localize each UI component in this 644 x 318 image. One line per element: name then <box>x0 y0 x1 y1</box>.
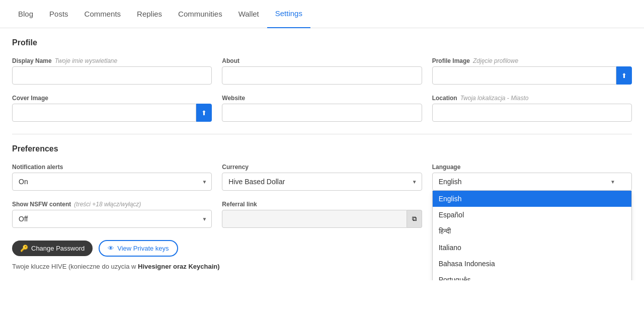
cover-image-input[interactable]: https:// <box>12 104 196 122</box>
nsfw-select[interactable]: Off On <box>12 210 212 228</box>
currency-select[interactable]: Hive Based Dollar USD EUR <box>222 173 422 191</box>
referral-input[interactable]: https://e <box>222 210 407 228</box>
profile-image-input-group: https:// ⬆ <box>432 66 632 85</box>
profile-image-input[interactable]: https:// <box>432 66 616 85</box>
location-input[interactable] <box>432 104 632 122</box>
cover-image-input-group: https:// ⬆ <box>12 104 212 122</box>
language-label: Language <box>432 164 632 171</box>
copy-referral-button[interactable]: ⧉ <box>407 210 422 228</box>
change-password-button[interactable]: 🔑 Change Password <box>12 241 93 256</box>
cover-image-group: Cover Image https:// ⬆ <box>12 95 212 122</box>
lang-option-italiano[interactable]: Italiano <box>433 240 631 256</box>
website-label: Website <box>222 95 422 102</box>
display-name-label: Display Name Twoje imie wyswietlane <box>12 57 212 64</box>
view-private-keys-button[interactable]: 👁 View Private keys <box>99 240 178 257</box>
about-input[interactable] <box>222 66 422 85</box>
nav-blog[interactable]: Blog <box>10 0 41 28</box>
nav-comments[interactable]: Comments <box>76 0 129 28</box>
notification-group: Notification alerts On Off <box>12 164 212 191</box>
nav-bar: Blog Posts Comments Replies Communities … <box>0 0 644 28</box>
upload-icon: ⬆ <box>201 109 207 117</box>
profile-form-grid: Display Name Twoje imie wyswietlane Abou… <box>12 57 632 122</box>
profile-image-label: Profile Image Zdjęcie profilowe <box>432 57 632 64</box>
language-selected-value: English <box>439 178 462 186</box>
website-group: Website https:// <box>222 95 422 122</box>
cover-image-label: Cover Image <box>12 95 212 102</box>
website-input[interactable]: https:// <box>222 104 422 122</box>
language-chevron-icon: ▼ <box>610 179 615 185</box>
location-hint: Twoja lokalizacja - Miasto <box>460 95 529 102</box>
key-icon: 🔑 <box>20 245 28 252</box>
currency-label: Currency <box>222 164 422 171</box>
cover-image-upload-button[interactable]: ⬆ <box>196 104 212 122</box>
nav-wallet[interactable]: Wallet <box>230 0 267 28</box>
nsfw-note: (treści +18 włącz/wyłącz) <box>74 201 141 208</box>
lang-option-english[interactable]: English <box>433 191 631 207</box>
lang-option-hindi[interactable]: हिन्दी <box>433 223 631 240</box>
language-select-display[interactable]: English ▼ <box>432 173 632 191</box>
lang-option-portugues[interactable]: Português <box>433 272 631 280</box>
about-group: About <box>222 57 422 85</box>
copy-icon: ⧉ <box>412 215 417 223</box>
preferences-section-title: Preferences <box>12 144 632 153</box>
notification-select-wrapper: On Off <box>12 173 212 191</box>
notification-label: Notification alerts <box>12 164 212 171</box>
display-name-input[interactable] <box>12 66 212 85</box>
profile-section-title: Profile <box>12 38 632 47</box>
location-group: Location Twoja lokalizacja - Miasto <box>432 95 632 122</box>
nsfw-group: Show NSFW content (treści +18 włącz/wyłą… <box>12 201 212 228</box>
language-dropdown: English Español हिन्दी Italiano Bahasa I… <box>432 191 632 280</box>
referral-group: Referral link https://e ⧉ <box>222 201 422 228</box>
location-label: Location Twoja lokalizacja - Miasto <box>432 95 632 102</box>
nsfw-select-wrapper: Off On <box>12 210 212 228</box>
notification-select[interactable]: On Off <box>12 173 212 191</box>
currency-select-wrapper: Hive Based Dollar USD EUR <box>222 173 422 191</box>
language-group: Language English ▼ English Español हिन्द… <box>432 164 632 191</box>
upload-icon: ⬆ <box>621 72 627 80</box>
profile-image-group: Profile Image Zdjęcie profilowe https://… <box>432 57 632 85</box>
lang-option-bahasa[interactable]: Bahasa Indonesia <box>433 256 631 272</box>
currency-group: Currency Hive Based Dollar USD EUR <box>222 164 422 191</box>
profile-image-hint: Zdjęcie profilowe <box>473 57 518 64</box>
referral-label: Referral link <box>222 201 422 208</box>
nav-posts[interactable]: Posts <box>41 0 76 28</box>
nav-communities[interactable]: Communities <box>170 0 230 28</box>
lang-option-espanol[interactable]: Español <box>433 207 631 223</box>
section-divider <box>12 134 632 134</box>
referral-input-wrap: https://e ⧉ <box>222 210 422 228</box>
nav-settings[interactable]: Settings <box>267 0 310 28</box>
display-name-group: Display Name Twoje imie wyswietlane <box>12 57 212 85</box>
nav-replies[interactable]: Replies <box>129 0 170 28</box>
display-name-hint: Twoje imie wyswietlane <box>55 57 117 64</box>
eye-icon: 👁 <box>108 245 114 252</box>
nsfw-label: Show NSFW content (treści +18 włącz/wyłą… <box>12 201 212 208</box>
about-label: About <box>222 57 422 64</box>
preferences-grid: Notification alerts On Off Currency Hive… <box>12 164 632 191</box>
language-dropdown-container: English ▼ English Español हिन्दी Italian… <box>432 173 632 191</box>
profile-image-upload-button[interactable]: ⬆ <box>616 66 632 85</box>
